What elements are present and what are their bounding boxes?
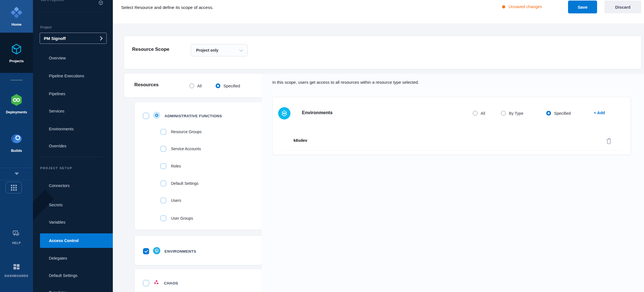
resource-scope-label: Resource Scope [132, 47, 169, 52]
discard-button[interactable]: Discard [604, 1, 641, 13]
environments-card-title: Environments [302, 110, 333, 115]
admin-item-default-settings: Default Settings [161, 181, 199, 186]
env-option-all[interactable]: All [473, 111, 485, 116]
rail-label-dashboards: DASHBOARDS [4, 274, 28, 277]
environments-group-card: ENVIRONMENTS [134, 235, 262, 265]
resource-row-name: k8sdev [294, 138, 307, 143]
radio-specified-selected[interactable] [216, 83, 220, 88]
projects-cube-icon [10, 43, 23, 57]
sidebar-top-title[interactable]: All Projects [41, 0, 64, 2]
rail-label-home: Home [11, 22, 22, 27]
row-divider [282, 150, 621, 151]
sidebar-item-connectors[interactable]: Connectors [33, 180, 113, 191]
delete-resource-button[interactable] [605, 137, 613, 145]
rail-item-help[interactable]: ? HELP [0, 230, 33, 245]
radio-specified-selected[interactable] [546, 111, 551, 116]
page-title: Select Resource and define its scope of … [121, 5, 213, 10]
resource-groups-checkbox[interactable] [161, 129, 166, 135]
users-checkbox[interactable] [161, 198, 166, 203]
chevron-down-icon[interactable] [15, 173, 19, 175]
sidebar-item-pipeline-executions[interactable]: Pipeline Executions [33, 70, 113, 82]
resources-panel-header: Resources All Specified [124, 73, 263, 98]
main-content: Resource Scope Project only Resources Al… [113, 23, 644, 292]
admin-functions-icon [153, 112, 160, 120]
chevron-right-icon [98, 36, 103, 41]
sidebar-item-environments[interactable]: Environments [33, 123, 113, 135]
radio-all[interactable] [473, 111, 478, 116]
sidebar-divider [40, 12, 106, 12]
sidebar-item-variables[interactable]: Variables [33, 217, 113, 228]
rail-label-builds: Builds [11, 149, 22, 153]
module-rail: Home Projects Deplo [0, 0, 33, 292]
rail-section-line [0, 180, 33, 180]
sidebar-item-delegates[interactable]: Delegates [33, 253, 113, 264]
env-option-by-type[interactable]: By Type [501, 111, 523, 116]
add-resource-button[interactable]: + Add [594, 111, 605, 115]
environments-group-header: ENVIRONMENTS [143, 247, 196, 255]
resources-title: Resources [134, 82, 159, 88]
unsaved-changes-label: Unsaved changes [509, 4, 542, 9]
project-selector[interactable]: PM Signoff [40, 33, 107, 44]
radio-by-type[interactable] [501, 111, 506, 116]
user-groups-checkbox[interactable] [161, 216, 166, 221]
dashboards-icon [13, 264, 20, 272]
rail-item-builds[interactable]: Builds [0, 132, 33, 153]
rail-divider [10, 80, 23, 80]
grid-icon [11, 185, 17, 191]
rail-label-help: HELP [12, 241, 21, 245]
sidebar-item-overview[interactable]: Overview [33, 52, 113, 64]
help-chat-icon: ? [12, 230, 21, 239]
svg-text:?: ? [15, 231, 16, 234]
module-picker-button[interactable] [6, 182, 22, 193]
rail-item-deployments[interactable]: Deployments [0, 93, 33, 114]
scope-detail-pane: In this scope, users get access to all r… [262, 74, 644, 292]
project-label: Project [40, 25, 51, 29]
chaos-group-header: CHAOS [143, 279, 178, 287]
environments-checkbox-checked[interactable] [143, 248, 149, 254]
admin-functions-header: ADMINISTRATIVE FUNCTIONS [143, 112, 222, 120]
unsaved-dot-icon [502, 5, 505, 8]
rail-item-home[interactable]: Home [0, 0, 33, 33]
chaos-group-card: CHAOS [134, 269, 262, 292]
sidebar-item-templates[interactable]: Templates [33, 287, 113, 292]
sidebar-item-default-settings[interactable]: Default Settings [33, 270, 113, 281]
environments-small-icon [153, 247, 160, 255]
admin-item-roles: Roles [161, 163, 181, 169]
environments-detail-card: Environments All By Type Specified + Add… [272, 97, 631, 155]
sidebar-item-access-control-active[interactable]: Access Control [40, 233, 113, 248]
rail-item-dashboards[interactable]: DASHBOARDS [0, 264, 33, 277]
default-settings-checkbox[interactable] [161, 181, 166, 186]
rail-item-projects[interactable]: Projects [0, 33, 33, 73]
chaos-checkbox[interactable] [143, 280, 149, 286]
home-icon [10, 6, 23, 20]
page-header: Select Resource and define its scope of … [113, 0, 644, 24]
resource-scope-dropdown[interactable]: Project only [191, 44, 248, 56]
sidebar-divider [40, 157, 103, 157]
resource-scope-card: Resource Scope Project only [124, 36, 641, 69]
chaos-icon [153, 279, 160, 287]
resource-scope-dropdown-value: Project only [196, 48, 218, 52]
resources-filter-all[interactable]: All [189, 83, 202, 88]
admin-functions-checkbox[interactable] [143, 113, 149, 119]
deployments-icon [9, 93, 23, 108]
admin-item-users: Users [161, 198, 181, 203]
rail-label-projects: Projects [9, 59, 23, 63]
project-selector-value: PM Signoff [44, 36, 66, 41]
save-button[interactable]: Save [568, 1, 597, 13]
radio-all[interactable] [189, 83, 194, 88]
roles-checkbox[interactable] [161, 163, 166, 169]
sidebar-item-services[interactable]: Services [33, 106, 113, 117]
env-option-specified[interactable]: Specified [546, 111, 571, 116]
resources-filter-specified[interactable]: Specified [216, 83, 240, 88]
builds-icon [10, 132, 23, 146]
cube-icon[interactable] [98, 0, 104, 7]
sidebar-item-overrides[interactable]: Overrides [33, 140, 113, 152]
harness-app-window: Home Projects Deplo [0, 0, 644, 292]
service-accounts-checkbox[interactable] [161, 146, 166, 152]
sidebar-item-pipelines[interactable]: Pipelines [33, 88, 113, 99]
scope-description: In this scope, users get access to all r… [272, 80, 419, 85]
chevron-down-icon [239, 48, 243, 52]
sidebar-item-secrets[interactable]: Secrets [33, 199, 113, 210]
admin-item-resource-groups: Resource Groups [161, 129, 202, 135]
project-sidebar: All Projects Project PM Signoff Overview… [33, 0, 113, 292]
